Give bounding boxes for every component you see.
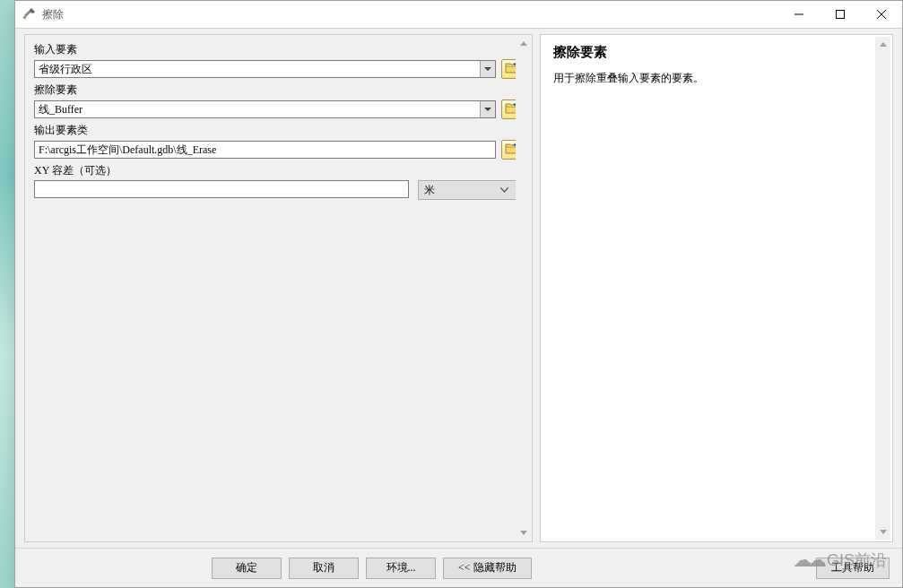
- help-pane: 擦除要素 用于擦除重叠输入要素的要素。: [540, 34, 893, 542]
- button-bar: 确定 取消 环境... << 隐藏帮助 工具帮助: [15, 548, 902, 587]
- ok-button[interactable]: 确定: [212, 558, 282, 579]
- output-class-input[interactable]: [34, 141, 496, 159]
- erase-features-value: 线_Buffer: [39, 101, 480, 117]
- help-body: 用于擦除重叠输入要素的要素。: [553, 70, 880, 87]
- dialog-body: 输入要素 省级行政区 擦除要素: [15, 29, 902, 548]
- erase-features-row: 擦除要素 线_Buffer: [34, 82, 523, 119]
- tolerance-input[interactable]: [34, 180, 409, 198]
- backdrop-map: [0, 0, 14, 588]
- parameters-pane: 输入要素 省级行政区 擦除要素: [24, 34, 533, 542]
- scroll-down-icon[interactable]: [516, 525, 531, 540]
- tolerance-row: XY 容差（可选） 米: [34, 163, 523, 200]
- input-features-row: 输入要素 省级行政区: [34, 42, 523, 79]
- minimize-button[interactable]: [778, 1, 820, 28]
- svg-rect-1: [837, 11, 845, 19]
- input-features-label: 输入要素: [34, 42, 523, 57]
- chevron-down-icon[interactable]: [480, 61, 495, 77]
- hide-help-button[interactable]: << 隐藏帮助: [443, 558, 532, 579]
- tolerance-unit-value: 米: [424, 183, 435, 198]
- cancel-button[interactable]: 取消: [289, 558, 359, 579]
- help-title: 擦除要素: [553, 44, 880, 61]
- dialog-window: 擦除 输入要素 省级行政区: [14, 0, 903, 588]
- erase-features-label: 擦除要素: [34, 82, 523, 98]
- chevron-down-icon[interactable]: [498, 187, 510, 193]
- output-class-row: 输出要素类: [34, 123, 523, 160]
- left-scrollbar[interactable]: [516, 36, 531, 540]
- scroll-up-icon[interactable]: [875, 37, 890, 52]
- close-button[interactable]: [861, 1, 902, 28]
- window-controls: [778, 1, 902, 28]
- tool-help-button[interactable]: 工具帮助: [816, 558, 890, 579]
- scroll-down-icon[interactable]: [875, 524, 890, 540]
- window-title: 擦除: [42, 7, 64, 22]
- maximize-button[interactable]: [820, 1, 861, 28]
- input-features-combo[interactable]: 省级行政区: [34, 60, 496, 78]
- output-class-label: 输出要素类: [34, 123, 523, 138]
- input-features-value: 省级行政区: [39, 61, 480, 77]
- titlebar: 擦除: [15, 1, 902, 29]
- tolerance-unit-combo[interactable]: 米: [418, 180, 517, 200]
- scroll-up-icon[interactable]: [516, 36, 531, 51]
- help-scrollbar[interactable]: [875, 37, 890, 540]
- chevron-down-icon[interactable]: [480, 101, 495, 117]
- erase-features-combo[interactable]: 线_Buffer: [34, 100, 496, 118]
- environments-button[interactable]: 环境...: [366, 558, 436, 579]
- hammer-icon: [22, 7, 37, 22]
- tolerance-label: XY 容差（可选）: [34, 163, 523, 178]
